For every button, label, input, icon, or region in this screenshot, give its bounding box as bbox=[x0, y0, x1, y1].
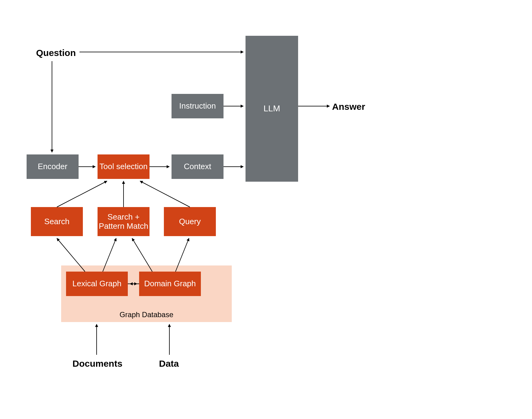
context-text: Context bbox=[184, 162, 211, 171]
svg-line-9 bbox=[140, 181, 190, 207]
llm-box: LLM bbox=[246, 36, 298, 182]
lexical-graph-box: Lexical Graph bbox=[66, 272, 128, 296]
search-text: Search bbox=[44, 217, 69, 226]
instruction-box: Instruction bbox=[172, 94, 224, 118]
search-box: Search bbox=[31, 207, 83, 236]
diagram: Graph Database Lexical Graph Domain Grap… bbox=[0, 0, 532, 419]
llm-text: LLM bbox=[264, 104, 280, 113]
answer-label: Answer bbox=[332, 102, 365, 112]
data-label: Data bbox=[159, 358, 179, 369]
question-label: Question bbox=[36, 48, 76, 58]
graph-database-label: Graph Database bbox=[61, 310, 232, 319]
search-pattern-box: Search + Pattern Match bbox=[98, 207, 150, 236]
domain-graph-text: Domain Graph bbox=[144, 279, 196, 288]
encoder-text: Encoder bbox=[38, 162, 68, 171]
tool-selection-box: Tool selection bbox=[98, 154, 150, 179]
instruction-text: Instruction bbox=[179, 102, 216, 111]
lexical-graph-text: Lexical Graph bbox=[72, 279, 121, 288]
svg-line-7 bbox=[57, 181, 107, 207]
query-box: Query bbox=[164, 207, 216, 236]
query-text: Query bbox=[179, 217, 201, 226]
context-box: Context bbox=[172, 154, 224, 179]
search-pattern-text: Search + Pattern Match bbox=[99, 213, 148, 231]
encoder-box: Encoder bbox=[27, 154, 79, 179]
tool-selection-text: Tool selection bbox=[99, 162, 148, 171]
domain-graph-box: Domain Graph bbox=[139, 272, 201, 296]
documents-label: Documents bbox=[72, 358, 122, 369]
